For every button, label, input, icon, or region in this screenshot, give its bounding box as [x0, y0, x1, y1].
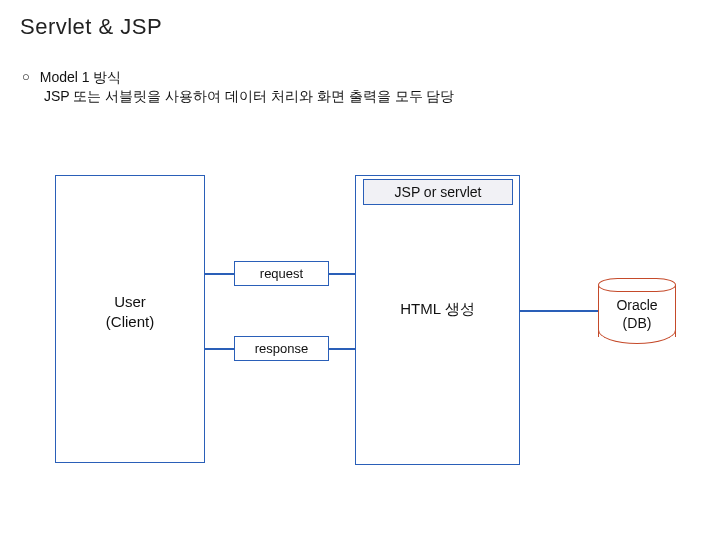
jsp-servlet-box: [355, 175, 520, 465]
request-label-box: request: [234, 261, 329, 286]
bullet-label: Model 1 방식: [40, 69, 122, 85]
db-label-line1: Oracle: [598, 296, 676, 314]
bullet-marker: ○: [22, 67, 30, 88]
database-label: Oracle (DB): [598, 296, 676, 332]
page-title: Servlet & JSP: [20, 14, 162, 40]
connector-request-right: [329, 273, 355, 275]
connector-response-left: [205, 348, 234, 350]
connector-response-right: [329, 348, 355, 350]
user-client-label: User (Client): [55, 292, 205, 333]
connector-request-left: [205, 273, 234, 275]
html-generate-label: HTML 생성: [355, 300, 520, 319]
db-label-line2: (DB): [598, 314, 676, 332]
connector-db: [520, 310, 598, 312]
user-label-line2: (Client): [55, 312, 205, 332]
bullet-description: JSP 또는 서블릿을 사용하여 데이터 처리와 화면 출력을 모두 담당: [44, 88, 454, 106]
jsp-servlet-header: JSP or servlet: [363, 179, 513, 205]
bullet-line: ○ Model 1 방식: [22, 66, 121, 88]
response-label-box: response: [234, 336, 329, 361]
user-label-line1: User: [55, 292, 205, 312]
